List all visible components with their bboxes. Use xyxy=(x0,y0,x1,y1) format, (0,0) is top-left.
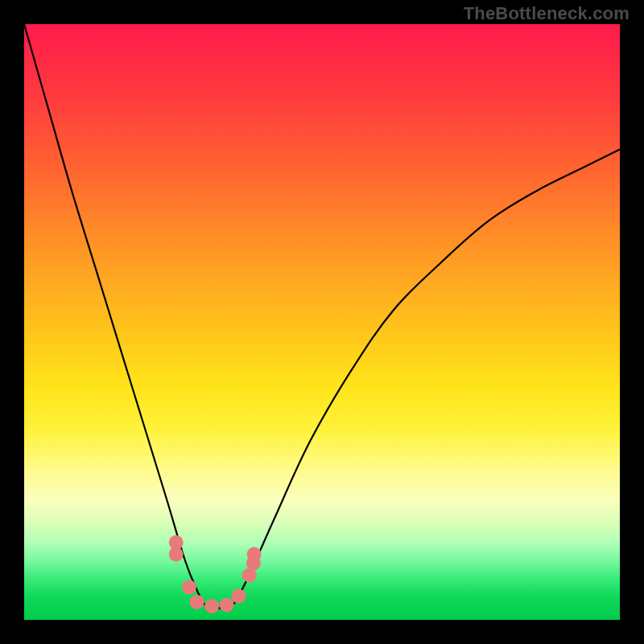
chart-frame: TheBottleneck.com xyxy=(0,0,644,644)
bottleneck-curve xyxy=(24,24,620,609)
data-dot-group xyxy=(169,535,262,613)
data-dot xyxy=(247,547,262,562)
watermark-text: TheBottleneck.com xyxy=(464,3,630,24)
data-dot xyxy=(169,547,184,562)
data-dot xyxy=(204,599,219,613)
data-dot xyxy=(182,580,196,594)
data-dot xyxy=(220,598,234,613)
data-dot xyxy=(190,595,204,609)
data-dot xyxy=(231,588,246,603)
plot-area xyxy=(24,24,620,620)
curve-svg xyxy=(24,24,620,620)
